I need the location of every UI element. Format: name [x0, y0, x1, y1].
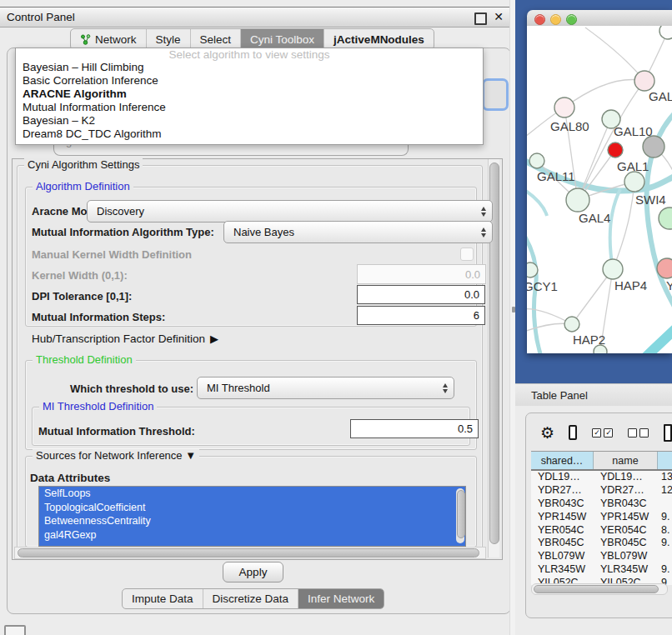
node-label: HAP2: [573, 332, 605, 347]
algorithm-option[interactable]: Dream8 DC_TDC Algorithm: [16, 128, 483, 141]
control-panel-titlebar: Control Panel ✕: [0, 7, 510, 28]
sources-title: Sources for Network Inference ▼: [33, 449, 199, 462]
collapsed-panel-icon[interactable]: [4, 625, 26, 635]
table-row[interactable]: YPR145WYPR145W9.: [531, 511, 672, 524]
tab-cyni-toolbox[interactable]: Cyni Toolbox: [240, 29, 323, 49]
node-label: GAL10: [614, 124, 653, 138]
tab-network[interactable]: Network: [71, 29, 146, 49]
kernel-width-field[interactable]: 0.0: [357, 264, 486, 284]
apply-button[interactable]: Apply: [223, 562, 283, 582]
manual-kernel-width-checkbox[interactable]: [460, 248, 474, 261]
network-view-window: GALGAL80GAL10GAL11GAL1SWI4GAL4GCY1HAP4YH…: [527, 10, 672, 353]
network-node[interactable]: [657, 258, 672, 278]
table-row[interactable]: YBR043CYBR043C: [531, 498, 672, 511]
float-window-icon[interactable]: [474, 12, 487, 25]
close-window-icon[interactable]: ✕: [494, 10, 504, 23]
mac-minimize-icon[interactable]: [550, 14, 561, 25]
mac-zoom-icon[interactable]: [566, 14, 577, 25]
tab-select[interactable]: Select: [190, 29, 241, 49]
mi-threshold-field[interactable]: 0.5: [350, 419, 479, 438]
tab-discretize-data[interactable]: Discretize Data: [203, 589, 298, 608]
document-icon[interactable]: [664, 424, 672, 442]
network-canvas[interactable]: GALGAL80GAL10GAL11GAL1SWI4GAL4GCY1HAP4YH…: [527, 26, 672, 353]
mi-threshold-definition-title: MI Threshold Definition: [39, 400, 157, 412]
column-header[interactable]: shared…: [531, 452, 594, 469]
network-node[interactable]: [659, 208, 672, 229]
table-row[interactable]: YBL079WYBL079W: [531, 550, 672, 563]
attribute-list-item[interactable]: SelfLoops: [39, 487, 465, 501]
aracne-mode-select[interactable]: Discovery: [87, 200, 493, 222]
algorithm-option[interactable]: Basic Correlation Inference: [16, 74, 483, 88]
network-node[interactable]: [554, 98, 574, 118]
network-node[interactable]: [527, 262, 538, 278]
table-row[interactable]: YDR27…YDR27…12: [531, 484, 672, 498]
node-label: GAL11: [537, 169, 575, 183]
network-node[interactable]: [566, 188, 589, 212]
settings-horizontal-scrollbar[interactable]: [14, 547, 486, 559]
attribute-list-item[interactable]: gal4RGexp: [39, 528, 465, 542]
manual-kernel-width-label: Manual Kernel Width Definition: [32, 248, 192, 261]
column-header[interactable]: name: [594, 452, 658, 469]
control-panel-title: Control Panel: [7, 11, 75, 23]
table-row[interactable]: YBR045CYBR045C9.: [531, 537, 672, 550]
gear-icon[interactable]: ⚙: [540, 423, 554, 442]
network-node[interactable]: [608, 142, 623, 158]
which-threshold-select[interactable]: MI Threshold: [197, 377, 454, 399]
node-label: SWI4: [635, 192, 666, 207]
network-node[interactable]: [634, 71, 654, 91]
table-cell: YDL19…: [594, 471, 658, 484]
network-node[interactable]: [643, 136, 664, 158]
mac-close-icon[interactable]: [534, 14, 545, 25]
focused-combo-fragment[interactable]: [482, 78, 509, 111]
table-cell: 9.: [658, 563, 672, 577]
data-attributes-list[interactable]: SelfLoopsTopologicalCoefficientBetweenne…: [38, 486, 466, 547]
table-horizontal-scrollbar[interactable]: [531, 583, 668, 595]
table-cell: YDL19…: [531, 471, 594, 484]
network-icon: [80, 34, 91, 45]
table-cell: YER054C: [531, 524, 594, 538]
network-node[interactable]: [603, 259, 623, 279]
attribute-list-item[interactable]: TopologicalCoefficient: [39, 501, 465, 515]
table-cell: 12: [658, 484, 672, 498]
tab-infer-network[interactable]: Infer Network: [298, 589, 384, 608]
table-cell: 9.: [658, 511, 672, 524]
attributes-list-scrollbar[interactable]: [456, 488, 464, 543]
deselect-all-checkboxes-icon[interactable]: [628, 428, 649, 438]
table-header-row: shared…name: [531, 451, 672, 471]
algorithm-option[interactable]: Mutual Information Inference: [16, 101, 483, 114]
table-cell: YBL079W: [594, 550, 658, 563]
algorithm-option[interactable]: ARACNE Algorithm: [16, 88, 483, 101]
dpi-tolerance-field[interactable]: 0.0: [357, 285, 485, 304]
network-window-titlebar[interactable]: [527, 10, 672, 27]
stepper-icon: [443, 383, 448, 393]
table-panel-toolbar: ⚙ ✓✓: [525, 419, 672, 446]
table-row[interactable]: YLR345WYLR345W9.: [531, 563, 672, 577]
network-node[interactable]: [624, 172, 644, 192]
table-cell: YER054C: [594, 524, 658, 538]
mi-algorithm-type-select[interactable]: Naive Bayes: [223, 221, 493, 243]
table-body: YDL19…YDL19…13YDR27…YDR27…12YBR043CYBR04…: [531, 471, 672, 585]
network-node[interactable]: [564, 317, 579, 332]
network-node[interactable]: [659, 26, 672, 39]
hub-transcription-factor-disclosure[interactable]: Hub/Transcription Factor Definition▶: [32, 332, 218, 345]
tab-jactivemnodules[interactable]: jActiveMNodules: [323, 29, 434, 49]
algorithm-option[interactable]: Bayesian – Hill Climbing: [16, 61, 483, 74]
algorithm-option[interactable]: Bayesian – K2: [16, 114, 483, 128]
tab-impute-data[interactable]: Impute Data: [123, 589, 203, 608]
table-cell: [658, 498, 672, 511]
attribute-list-item[interactable]: BetweennessCentrality: [39, 514, 465, 528]
column-header[interactable]: [658, 452, 672, 469]
network-node[interactable]: [529, 153, 544, 168]
node-label: GAL80: [550, 119, 589, 133]
table-cell: YLR345W: [594, 563, 658, 577]
select-all-checkboxes-icon[interactable]: ✓✓: [592, 428, 613, 438]
mi-steps-field[interactable]: 6: [357, 306, 485, 325]
table-row[interactable]: YDL19…YDL19…13: [531, 471, 672, 484]
table-cell: YDR27…: [594, 484, 658, 498]
table-cell: 13: [658, 471, 672, 484]
algorithm-dropdown-placeholder: Select algorithm to view settings: [16, 48, 483, 61]
threshold-definition-title: Threshold Definition: [33, 353, 136, 366]
split-columns-icon[interactable]: [569, 425, 577, 440]
tab-style[interactable]: Style: [146, 29, 190, 49]
table-row[interactable]: YER054CYER054C8.: [531, 524, 672, 538]
